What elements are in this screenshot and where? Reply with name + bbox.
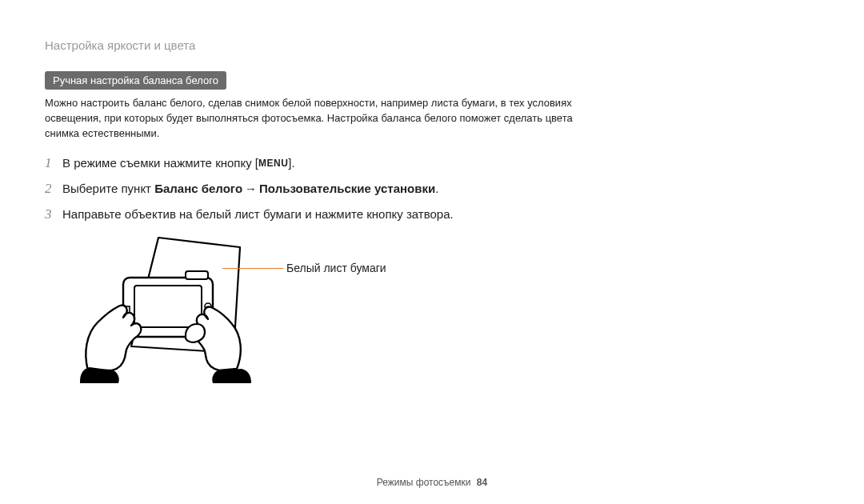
callout-label: Белый лист бумаги [286, 262, 386, 274]
illustration: Белый лист бумаги [66, 233, 546, 385]
step-1: 1 В режиме съемки нажмите кнопку [MENU]. [45, 154, 605, 172]
step-bold-2: Пользовательские установки [259, 182, 435, 195]
intro-paragraph: Можно настроить баланс белого, сделав сн… [45, 96, 589, 142]
step-post: . [435, 182, 438, 195]
step-post: ]. [288, 156, 294, 170]
footer-section: Режимы фотосъемки [377, 477, 471, 488]
step-pre: Выберите пункт [62, 182, 154, 195]
breadcrumb: Настройка яркости и цвета [45, 38, 605, 52]
step-3: 3 Направьте объектив на белый лист бумаг… [45, 206, 605, 223]
step-pre: В режиме съемки нажмите кнопку [ [62, 156, 258, 170]
step-text: Направьте объектив на белый лист бумаги … [62, 206, 454, 223]
arrow-icon: → [242, 182, 259, 195]
step-2: 2 Выберите пункт Баланс белого→Пользоват… [45, 180, 605, 198]
svg-rect-1 [134, 286, 202, 327]
step-number: 2 [45, 180, 62, 198]
steps-list: 1 В режиме съемки нажмите кнопку [MENU].… [45, 154, 605, 223]
step-number: 1 [45, 154, 62, 172]
step-text: Выберите пункт Баланс белого→Пользовател… [62, 180, 438, 198]
step-number: 3 [45, 206, 62, 223]
section-title-pill: Ручная настройка баланса белого [45, 71, 226, 90]
camera-hands-paper-icon [66, 233, 258, 385]
svg-rect-2 [186, 271, 208, 279]
menu-button-label: MENU [258, 157, 288, 170]
footer-page-number: 84 [477, 477, 487, 488]
page-footer: Режимы фотосъемки 84 [0, 477, 864, 488]
step-text: В режиме съемки нажмите кнопку [MENU]. [62, 154, 295, 172]
callout-leader-line [222, 268, 283, 269]
step-bold-1: Баланс белого [154, 182, 242, 195]
